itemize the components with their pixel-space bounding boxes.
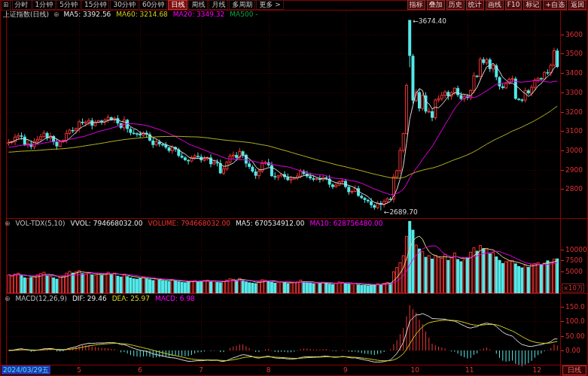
indicator-expand-icon[interactable]: ⊕ bbox=[5, 295, 11, 302]
period-tab-4[interactable]: 30分钟 bbox=[110, 0, 138, 10]
month-label-0: 5 bbox=[77, 366, 81, 374]
price-tick-label-3: 3300 bbox=[565, 89, 583, 96]
indicator-expand-icon[interactable]: ⊕ bbox=[53, 11, 59, 18]
peak-annotation: ←3674.40 bbox=[413, 17, 446, 25]
macd-header-seg-0: MACD(12,26,9) bbox=[16, 295, 67, 302]
month-label-3: 8 bbox=[267, 366, 271, 374]
macd-header-seg-2: DEA: 25.97 bbox=[112, 295, 150, 302]
price-tick-label-8: 2800 bbox=[565, 185, 583, 193]
month-label-5: 10 bbox=[410, 366, 419, 374]
month-label-2: 7 bbox=[199, 366, 203, 374]
price-tick-label-6: 3000 bbox=[565, 147, 583, 154]
tool-button-2[interactable]: 历史 bbox=[446, 0, 465, 10]
tool-button-3[interactable]: 统计 bbox=[466, 0, 484, 10]
month-label-7: 12 bbox=[532, 366, 541, 374]
volume-header-seg-0: VOL-TDX(5,10) bbox=[16, 220, 66, 227]
period-tabs: 分时1分钟5分钟15分钟30分钟60分钟日线周线月线多周期更多 > bbox=[12, 0, 284, 10]
macd-tick-label-0: 150.0 bbox=[565, 303, 585, 311]
price-tick-label-5: 3100 bbox=[565, 127, 583, 135]
macd-header-seg-1: DIF: 29.46 bbox=[72, 295, 107, 302]
period-tab-1[interactable]: 1分钟 bbox=[32, 0, 56, 10]
ma-label-3: MA500 - bbox=[230, 11, 257, 18]
ma-label-2: MA20: 3349.32 bbox=[173, 11, 224, 18]
volume-header-seg-3: MA5: 670534912.00 bbox=[236, 220, 304, 227]
tool-button-1[interactable]: 叠加 bbox=[427, 0, 445, 10]
volume-tick-label-0: 10000 bbox=[565, 246, 587, 253]
tool-button-7[interactable]: +自选 bbox=[543, 0, 567, 10]
tool-buttons: 指标叠加历史统计画线F10标记+自选返回 bbox=[407, 0, 586, 10]
volume-header-seg-1: VVOL: 794668032.00 bbox=[71, 220, 143, 227]
tool-button-0[interactable]: 指标 bbox=[407, 0, 425, 10]
price-tick-label-1: 3500 bbox=[565, 50, 583, 57]
period-tab-6[interactable]: 日线 bbox=[168, 0, 187, 10]
period-tab-9[interactable]: 多周期 bbox=[229, 0, 255, 10]
volume-header-seg-2: VOLUME: 794668032.00 bbox=[148, 220, 230, 227]
indicator-expand-icon[interactable]: ⊕ bbox=[5, 220, 11, 227]
symbol-label: 上证指数(日线) bbox=[3, 10, 49, 20]
period-tab-0[interactable]: 分时 bbox=[12, 0, 32, 10]
period-tab-2[interactable]: 5分钟 bbox=[56, 0, 81, 10]
ma-label-1: MA60: 3214.68 bbox=[116, 11, 167, 18]
macd-pane-header: ⊕MACD(12,26,9)DIF: 29.46DEA: 25.97MACD: … bbox=[5, 295, 195, 302]
trading-terminal: ⊞ 分时1分钟5分钟15分钟30分钟60分钟日线周线月线多周期更多 > 指标叠加… bbox=[0, 0, 588, 376]
volume-tick-label-1: 7500 bbox=[565, 256, 583, 264]
price-tick-label-2: 3400 bbox=[565, 69, 583, 77]
month-label-1: 6 bbox=[138, 366, 142, 374]
tool-button-4[interactable]: 画线 bbox=[486, 0, 504, 10]
ma-label-0: MA5: 3392.56 bbox=[64, 11, 111, 18]
macd-header-seg-3: MACD: 6.98 bbox=[155, 295, 195, 302]
price-tick-label-7: 2900 bbox=[565, 166, 583, 174]
period-tab-8[interactable]: 月线 bbox=[209, 0, 228, 10]
period-tab-5[interactable]: 60分钟 bbox=[139, 0, 167, 10]
period-tab-3[interactable]: 15分钟 bbox=[81, 0, 109, 10]
volume-pane-header: ⊕VOL-TDX(5,10)VVOL: 794668032.00VOLUME: … bbox=[5, 220, 383, 227]
date-label[interactable]: 2024/03/29五 bbox=[2, 365, 50, 374]
price-tick-label-0: 3600 bbox=[565, 31, 583, 38]
tool-button-8[interactable]: 返回 bbox=[568, 0, 586, 10]
month-label-4: 9 bbox=[343, 366, 348, 374]
period-tab-7[interactable]: 周线 bbox=[188, 0, 208, 10]
macd-tick-label-3: 0.00 bbox=[565, 347, 580, 354]
ma-readouts: MA5: 3392.56MA60: 3214.68MA20: 3349.32MA… bbox=[64, 11, 258, 18]
volume-unit-label: ×10万 bbox=[562, 284, 584, 293]
period-tab-10[interactable]: 更多 > bbox=[256, 0, 283, 10]
quote-header: 上证指数(日线) ⊕ MA5: 3392.56MA60: 3214.68MA20… bbox=[3, 10, 258, 19]
price-tick-label-4: 3200 bbox=[565, 108, 583, 116]
trough-annotation: ←2689.70 bbox=[384, 208, 418, 216]
chart-canvas[interactable] bbox=[0, 0, 588, 376]
volume-header-seg-4: MA10: 628756480.00 bbox=[309, 220, 382, 227]
macd-tick-label-1: 100.0 bbox=[565, 317, 585, 325]
tool-button-6[interactable]: 标记 bbox=[523, 0, 541, 10]
tool-button-5[interactable]: F10 bbox=[505, 0, 522, 10]
month-label-6: 11 bbox=[465, 366, 474, 374]
period-button[interactable]: 日线 bbox=[562, 365, 586, 375]
volume-tick-label-2: 5000 bbox=[565, 268, 583, 275]
period-toolbar: ⊞ 分时1分钟5分钟15分钟30分钟60分钟日线周线月线多周期更多 > bbox=[2, 0, 284, 10]
macd-tick-label-2: 50.00 bbox=[565, 332, 585, 340]
